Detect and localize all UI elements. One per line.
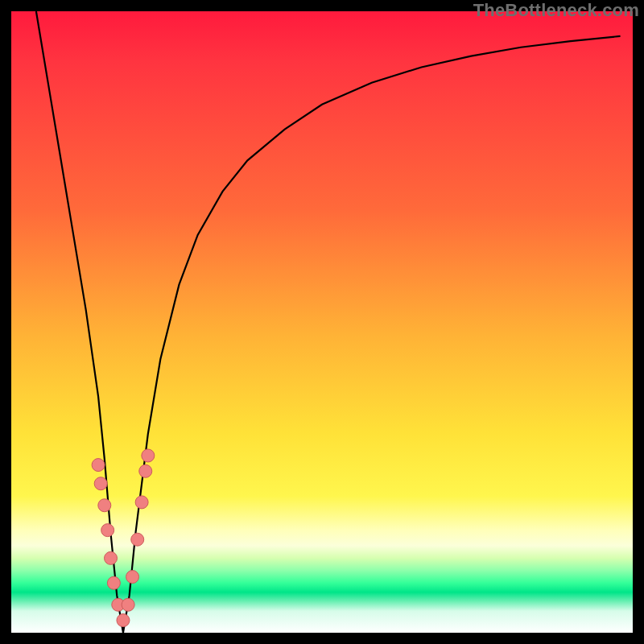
curve-markers — [92, 449, 155, 627]
curve-line — [36, 11, 621, 633]
watermark-text: TheBottleneck.com — [473, 0, 639, 21]
bottleneck-curve — [36, 11, 621, 633]
marker-dot — [122, 598, 134, 611]
marker-dot — [107, 576, 120, 589]
marker-dot — [117, 614, 130, 627]
marker-dot — [126, 571, 139, 584]
chart-stage: TheBottleneck.com — [0, 0, 644, 644]
marker-dot — [131, 533, 144, 546]
marker-dot — [92, 459, 105, 472]
marker-dot — [139, 464, 152, 477]
marker-dot — [94, 477, 107, 490]
marker-dot — [105, 551, 118, 564]
chart-svg — [11, 11, 633, 633]
marker-dot — [101, 524, 114, 537]
marker-dot — [142, 449, 155, 462]
marker-dot — [98, 499, 111, 512]
marker-dot — [135, 496, 148, 509]
